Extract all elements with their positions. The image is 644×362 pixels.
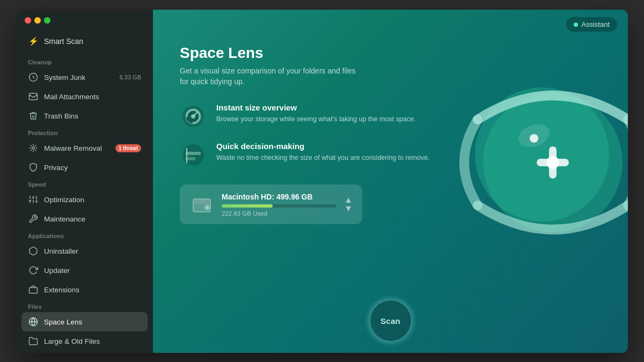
sidebar-item-maintenance[interactable]: Maintenance <box>21 209 148 228</box>
minimize-button[interactable] <box>34 17 41 24</box>
space-lens-label: Space Lens <box>44 318 82 326</box>
svg-rect-30 <box>193 199 210 204</box>
trash-icon <box>28 110 39 121</box>
large-old-files-label: Large & Old Files <box>44 337 100 345</box>
quick-decision-text: Quick decision-making Waste no time chec… <box>216 142 430 162</box>
sidebar-item-system-junk[interactable]: System Junk 6.33 GB <box>21 68 148 87</box>
sidebar-item-smart-scan[interactable]: ⚡ Smart Scan <box>21 31 148 51</box>
section-protection: Protection <box>21 125 148 138</box>
disk-used-label: 222.83 GB Used <box>222 210 336 217</box>
scan-button-label: Scan <box>380 316 400 326</box>
disk-info: Macintosh HD: 499.96 GB 222.83 GB Used <box>222 193 336 217</box>
section-applications: Applications <box>21 228 148 241</box>
svg-point-32 <box>207 207 208 209</box>
page-subtitle: Get a visual size comparison of your fol… <box>180 66 601 87</box>
main-body: Space Lens Get a visual size comparison … <box>153 39 628 353</box>
features-list: Instant size overview Browse your storag… <box>180 103 601 168</box>
space-lens-icon <box>28 316 39 327</box>
malware-removal-label: Malware Removal <box>44 144 102 152</box>
assistant-label: Assistant <box>581 20 610 28</box>
quick-decision-title: Quick decision-making <box>216 142 430 151</box>
uninstaller-label: Uninstaller <box>44 247 78 255</box>
disk-drive-icon <box>189 192 214 217</box>
svg-point-1 <box>32 147 35 150</box>
traffic-lights <box>25 17 50 24</box>
disk-bar-container <box>222 204 336 208</box>
trash-bins-label: Trash Bins <box>44 112 78 120</box>
maximize-button[interactable] <box>44 17 50 24</box>
sidebar-item-trash-bins[interactable]: Trash Bins <box>21 106 148 125</box>
large-files-icon <box>28 336 39 346</box>
maintenance-label: Maintenance <box>44 215 85 223</box>
title-bar <box>16 10 153 31</box>
section-cleanup: Cleanup <box>21 55 148 68</box>
svg-rect-11 <box>30 287 38 293</box>
smart-scan-label: Smart Scan <box>44 37 83 46</box>
uninstaller-icon <box>28 246 39 256</box>
sidebar-item-privacy[interactable]: Privacy <box>21 158 148 177</box>
smart-scan-icon: ⚡ <box>28 36 39 47</box>
malware-threat-badge: 1 threat <box>115 144 141 152</box>
sidebar-item-updater[interactable]: Updater <box>21 261 148 280</box>
instant-size-title: Instant size overview <box>216 103 415 112</box>
close-button[interactable] <box>25 17 31 24</box>
main-content: Assistant <box>153 10 628 353</box>
svg-rect-0 <box>30 93 38 100</box>
section-files: Files <box>21 299 148 312</box>
instant-size-desc: Browse your storage while seeing what's … <box>216 114 415 124</box>
privacy-label: Privacy <box>44 164 68 172</box>
disk-card[interactable]: Macintosh HD: 499.96 GB 222.83 GB Used ▲… <box>180 184 362 224</box>
assistant-status-dot <box>574 23 578 27</box>
system-junk-label: System Junk <box>44 73 85 82</box>
quick-decision-desc: Waste no time checking the size of what … <box>216 153 430 162</box>
page-title: Space Lens <box>180 45 601 62</box>
main-header: Assistant <box>153 10 628 39</box>
instant-size-text: Instant size overview Browse your storag… <box>216 103 415 124</box>
svg-rect-26 <box>186 152 201 155</box>
sidebar-item-mail-attachments[interactable]: Mail Attachments <box>21 87 148 106</box>
malware-icon <box>28 143 39 153</box>
disk-bar-fill <box>222 204 273 208</box>
optimization-icon <box>28 194 39 205</box>
extensions-label: Extensions <box>44 286 79 294</box>
disk-chevron-icon: ▲ ▼ <box>344 196 353 213</box>
optimization-label: Optimization <box>44 196 84 204</box>
feature-instant-size: Instant size overview Browse your storag… <box>180 103 601 130</box>
updater-icon <box>28 265 39 276</box>
scan-button[interactable]: Scan <box>369 299 412 342</box>
scan-button-container: Scan <box>369 299 412 342</box>
privacy-icon <box>28 162 39 173</box>
extensions-icon <box>28 284 39 295</box>
system-junk-icon <box>28 72 39 83</box>
sidebar-item-space-lens[interactable]: Space Lens <box>21 312 148 331</box>
sidebar-item-uninstaller[interactable]: Uninstaller <box>21 241 148 261</box>
app-window: ⚡ Smart Scan Cleanup System Junk 6.33 GB <box>16 10 628 353</box>
sidebar-item-extensions[interactable]: Extensions <box>21 280 148 299</box>
disk-name: Macintosh HD: 499.96 GB <box>222 193 336 201</box>
sidebar-item-malware-removal[interactable]: Malware Removal 1 threat <box>21 138 148 158</box>
section-speed: Speed <box>21 177 148 190</box>
maintenance-icon <box>28 213 39 224</box>
sidebar-item-large-old-files[interactable]: Large & Old Files <box>21 331 148 351</box>
system-junk-badge: 6.33 GB <box>120 74 141 80</box>
sidebar-item-shredder[interactable]: Shredder <box>21 351 148 353</box>
updater-label: Updater <box>44 267 70 275</box>
feature-quick-decision: Quick decision-making Waste no time chec… <box>180 142 601 168</box>
mail-icon <box>28 91 39 102</box>
instant-size-icon <box>180 103 207 130</box>
sidebar-item-optimization[interactable]: Optimization <box>21 190 148 209</box>
assistant-button[interactable]: Assistant <box>566 17 617 32</box>
sidebar: ⚡ Smart Scan Cleanup System Junk 6.33 GB <box>16 10 153 353</box>
sidebar-content: ⚡ Smart Scan Cleanup System Junk 6.33 GB <box>16 31 153 353</box>
mail-attachments-label: Mail Attachments <box>44 93 99 101</box>
quick-decision-icon <box>180 142 207 168</box>
